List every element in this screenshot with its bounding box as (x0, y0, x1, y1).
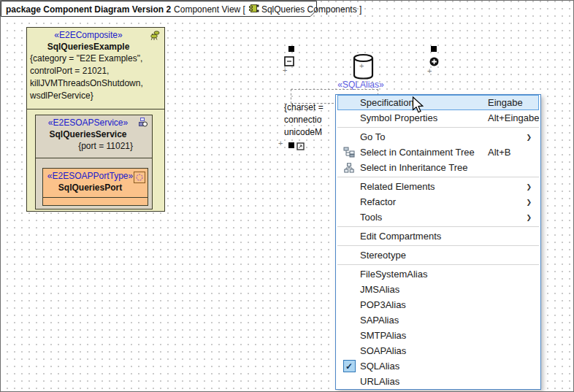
service-name: SqlQueriesService (36, 128, 152, 139)
menu-item-gutter: ✓ (338, 180, 360, 193)
menu-item-label: SOAPAlias (360, 345, 406, 356)
menu-item-gutter: ✓ (338, 359, 360, 373)
submenu-arrow-icon: ❯ (526, 210, 532, 224)
component-diagram-icon (248, 3, 259, 16)
menu-item-jmsalias[interactable]: ✓ JMSAlias ❯ (337, 282, 539, 297)
inheritance-tree-icon (344, 163, 354, 173)
frame-diagram-name: SqlQueries Components (261, 4, 357, 15)
mouse-cursor (412, 96, 425, 114)
menu-item-gutter: ✓ (338, 283, 360, 296)
menu-item-label: POP3Alias (360, 299, 406, 310)
menu-item-gutter: ✓ (338, 267, 360, 281)
menu-item-label: Specification (360, 97, 414, 108)
menu-item-smtpalias[interactable]: ✓ SMTPAlias ❯ (337, 328, 539, 343)
menu-item-gutter: ✓ (338, 111, 360, 125)
soap-service-icon (137, 117, 148, 131)
service-stereotype: «E2ESOAPService» (36, 115, 152, 128)
menu-item-edit-compartments[interactable]: ✓ Edit Compartments ❯ (337, 228, 539, 244)
menu-item-select-in-inheritance-tree[interactable]: ✓ Select in Inheritance Tree ❯ (337, 160, 539, 175)
component-sqlqueriesexample[interactable]: «E2EComposite» SqlQueriesExample {catego… (26, 27, 165, 212)
composite-properties: {category = "E2E Examples", controlPort … (27, 52, 164, 103)
frame-view-label: Component View [ (174, 4, 245, 15)
menu-item-gutter: ✓ (338, 248, 360, 262)
menu-item-shortcut: Eingabe (488, 96, 523, 109)
diagram-frame-header[interactable]: package Component Diagram Version 2Compo… (1, 1, 318, 18)
menu-item-filesystemalias[interactable]: ✓ FileSystemAlias ❯ (337, 266, 539, 282)
menu-item-label: Edit Compartments (360, 231, 441, 242)
add-element-manipulator-icon[interactable] (429, 56, 439, 69)
menu-item-label: Select in Inheritance Tree (360, 162, 467, 173)
menu-item-sqlalias[interactable]: ✓ SQLAlias ❯ (337, 358, 539, 374)
selection-marker: + (359, 62, 364, 70)
service-properties: {port = 11021} (36, 139, 152, 151)
menu-item-gutter: ✓ (338, 344, 360, 358)
menu-item-refactor[interactable]: ✓ Refactor ❯ (337, 194, 539, 210)
component-sqlqueriesservice[interactable]: «E2ESOAPService» SqlQueriesService {port… (35, 115, 153, 210)
menu-item-label: Select in Containment Tree (360, 147, 475, 158)
composite-structure-icon (149, 30, 161, 45)
context-menu: ✓ Specification Eingabe ❯ ✓ Symbol Prope… (335, 94, 541, 390)
selection-handle[interactable] (431, 46, 437, 52)
menu-item-urlalias[interactable]: ✓ URLAlias ❯ (337, 374, 539, 389)
selection-handle[interactable] (288, 142, 294, 148)
menu-item-gutter: ✓ (338, 210, 360, 224)
menu-item-gutter: ✓ (338, 374, 360, 388)
menu-item-label: Stereotype (360, 250, 406, 261)
menu-item-label: URLAlias (360, 376, 399, 387)
menu-item-shortcut: Alt+B (488, 145, 510, 159)
menu-item-gutter: ✓ (338, 195, 360, 209)
containment-tree-icon (343, 147, 355, 158)
menu-item-label: SAPAlias (360, 315, 399, 326)
sqlalias-stereotype: «SQLAlias» (327, 80, 394, 90)
menu-item-shortcut: Alt+Eingabe (488, 111, 539, 125)
menu-item-gutter: ✓ (338, 313, 360, 327)
menu-item-label: SMTPAlias (360, 330, 406, 341)
menu-item-tools[interactable]: ✓ Tools ❯ (337, 210, 539, 225)
sqlalias-properties-line: unicodeM (284, 126, 324, 139)
compartment-divider (27, 109, 164, 109)
submenu-arrow-icon: ❯ (526, 180, 532, 193)
port-type-stereotype: «E2ESOAPPortType» (43, 169, 148, 181)
submenu-arrow-icon: ❯ (526, 195, 532, 209)
selection-handle[interactable] (288, 46, 294, 52)
checkmark-icon: ✓ (343, 360, 356, 372)
menu-item-label: SQLAlias (360, 361, 399, 372)
menu-item-select-in-containment-tree[interactable]: ✓ Select in Containment Tree Alt+B ❯ (337, 145, 539, 160)
sqlalias-properties-line: connectio (284, 114, 324, 126)
compartment-divider (36, 158, 152, 158)
port-type-icon (134, 172, 145, 186)
menu-item-gutter: ✓ (338, 298, 360, 312)
menu-item-symbol-properties[interactable]: ✓ Symbol Properties Alt+Eingabe ❯ (337, 110, 539, 126)
menu-item-go-to[interactable]: ✓ Go To ❯ (337, 129, 539, 145)
diagram-canvas[interactable]: package Component Diagram Version 2Compo… (0, 0, 574, 392)
frame-package-label: package Component Diagram Version 2 (6, 4, 171, 15)
selection-marker: + (278, 139, 283, 147)
menu-item-soapalias[interactable]: ✓ SOAPAlias ❯ (337, 343, 539, 358)
link-manipulator-icon[interactable] (296, 140, 305, 153)
component-sqlqueriesport[interactable]: «E2ESOAPPortType» SqlQueriesPort (42, 168, 148, 206)
frame-bracket-close: ] (359, 4, 361, 15)
menu-item-sapalias[interactable]: ✓ SAPAlias ❯ (337, 312, 539, 328)
menu-item-stereotype[interactable]: ✓ Stereotype ❯ (337, 247, 539, 263)
menu-item-label: Related Elements (360, 181, 435, 192)
menu-item-gutter: ✓ (338, 328, 360, 342)
port-type-name: SqlQueriesPort (43, 181, 148, 193)
frame-title: package Component Diagram Version 2Compo… (6, 3, 361, 16)
menu-item-gutter: ✓ (338, 145, 360, 159)
menu-item-pop3alias[interactable]: ✓ POP3Alias ❯ (337, 297, 539, 312)
menu-item-related-elements[interactable]: ✓ Related Elements ❯ (337, 179, 539, 194)
menu-item-specification[interactable]: ✓ Specification Eingabe ❯ (337, 95, 539, 110)
submenu-arrow-icon: ❯ (526, 130, 532, 144)
menu-item-label: Go To (360, 131, 385, 142)
composite-name: SqlQueriesExample (27, 40, 164, 52)
menu-item-gutter: ✓ (338, 229, 360, 243)
sqlalias-properties-line: {charset = (284, 101, 324, 114)
menu-item-label: JMSAlias (360, 284, 399, 295)
menu-item-label: FileSystemAlias (360, 269, 427, 280)
menu-item-gutter: ✓ (338, 161, 360, 174)
menu-item-label: Tools (360, 212, 382, 223)
menu-item-gutter: ✓ (338, 130, 360, 144)
menu-item-label: Refactor (360, 196, 396, 207)
compartments-manipulator-icon[interactable] (284, 56, 294, 69)
menu-item-label: Symbol Properties (360, 112, 437, 123)
